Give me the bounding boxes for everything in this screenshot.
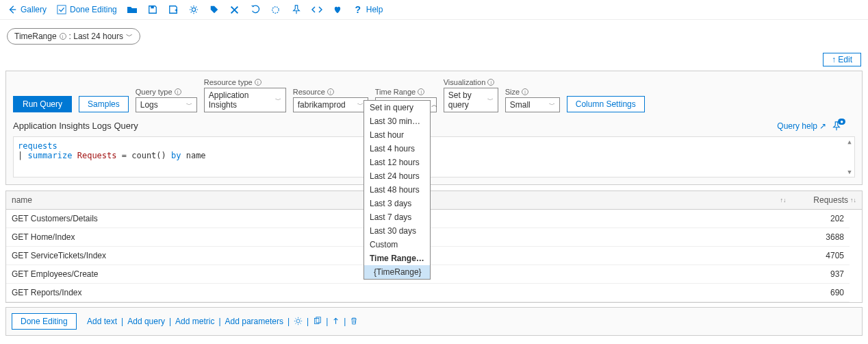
add-text-link[interactable]: Add text bbox=[87, 317, 117, 326]
visualization-label: Visualization bbox=[444, 78, 486, 86]
pin-icon[interactable]: ● bbox=[832, 121, 841, 131]
svg-point-5 bbox=[296, 319, 300, 323]
chevron-down-icon: ﹀ bbox=[357, 101, 363, 110]
controls-row: Run Query Samples Query typei Logs﹀ Reso… bbox=[13, 78, 855, 112]
top-toolbar: Gallery Done Editing ? Help bbox=[0, 0, 868, 20]
info-icon: i bbox=[418, 88, 424, 95]
svg-point-3 bbox=[192, 8, 195, 11]
info-icon: i bbox=[60, 33, 66, 40]
done-editing-button[interactable]: Done Editing bbox=[56, 4, 117, 15]
add-metric-link[interactable]: Add metric bbox=[175, 317, 214, 326]
chevron-down-icon: ﹀ bbox=[549, 101, 555, 110]
sort-icon[interactable]: ↑↓ bbox=[780, 197, 787, 204]
resource-type-dropdown[interactable]: Application Insights﹀ bbox=[204, 88, 286, 112]
info-icon: i bbox=[522, 88, 528, 95]
pill-value: : Last 24 hours bbox=[69, 32, 123, 41]
query-panel: Run Query Samples Query typei Logs﹀ Reso… bbox=[5, 71, 863, 185]
column-settings-button[interactable]: Column Settings bbox=[567, 96, 645, 112]
dd-option-selected[interactable]: {TimeRange} bbox=[364, 265, 430, 279]
save-icon[interactable] bbox=[147, 4, 158, 15]
pill-label: TimeRange bbox=[14, 32, 57, 41]
pin-icon-toolbar[interactable] bbox=[291, 4, 302, 15]
add-query-link[interactable]: Add query bbox=[127, 317, 165, 326]
resource-dropdown[interactable]: fabrikamprod﹀ bbox=[293, 97, 368, 112]
close-icon[interactable] bbox=[229, 4, 240, 15]
pin-badge: ● bbox=[838, 119, 845, 125]
tag-icon[interactable] bbox=[209, 4, 220, 15]
chevron-up-icon: ︿ bbox=[431, 101, 437, 110]
dd-group-header: Time Range Para… bbox=[364, 251, 430, 265]
column-header-requests[interactable]: Requests bbox=[813, 195, 848, 205]
svg-point-4 bbox=[272, 6, 279, 12]
copy-icon[interactable] bbox=[313, 317, 322, 326]
chevron-down-icon: ﹀ bbox=[186, 101, 192, 110]
svg-rect-2 bbox=[151, 6, 153, 9]
run-query-button[interactable]: Run Query bbox=[13, 96, 72, 112]
undo-icon[interactable] bbox=[250, 4, 261, 15]
dd-option[interactable]: Set in query bbox=[364, 101, 430, 114]
dd-option[interactable]: Last 24 hours bbox=[364, 169, 430, 183]
chevron-down-icon: ﹀ bbox=[126, 32, 133, 41]
sort-icon[interactable]: ↑↓ bbox=[850, 197, 856, 204]
dd-option[interactable]: Custom bbox=[364, 238, 430, 251]
chevron-down-icon: ﹀ bbox=[275, 96, 281, 105]
info-icon: i bbox=[487, 79, 494, 86]
back-arrow-icon bbox=[7, 4, 18, 15]
size-label: Size bbox=[505, 88, 520, 96]
time-range-dropdown-menu: Set in query Last 30 minutes Last hour L… bbox=[363, 100, 431, 280]
chevron-down-icon: ﹀ bbox=[487, 96, 494, 105]
add-parameters-link[interactable]: Add parameters bbox=[225, 317, 283, 326]
help-button[interactable]: ? Help bbox=[353, 4, 383, 15]
delete-icon[interactable] bbox=[350, 317, 358, 326]
move-up-icon[interactable] bbox=[332, 317, 340, 326]
footer-bar: Done Editing Add text | Add query | Add … bbox=[5, 307, 863, 336]
dd-option[interactable]: Last 30 minutes bbox=[364, 114, 430, 128]
dd-option[interactable]: Last hour bbox=[364, 128, 430, 142]
query-type-label: Query type bbox=[136, 88, 173, 96]
info-icon: i bbox=[327, 88, 334, 95]
autorefresh-icon[interactable] bbox=[270, 4, 281, 15]
edit-row: ↑ Edit bbox=[0, 53, 868, 71]
parameter-row: TimeRange i : Last 24 hours ﹀ bbox=[0, 20, 868, 53]
dd-option[interactable]: Last 3 days bbox=[364, 197, 430, 210]
info-icon: i bbox=[255, 79, 261, 86]
samples-button[interactable]: Samples bbox=[79, 96, 129, 112]
query-type-dropdown[interactable]: Logs﹀ bbox=[136, 97, 197, 112]
gallery-label: Gallery bbox=[21, 5, 47, 14]
heart-icon[interactable] bbox=[332, 4, 343, 15]
dd-option[interactable]: Last 48 hours bbox=[364, 183, 430, 197]
svg-rect-1 bbox=[58, 5, 66, 14]
help-label: Help bbox=[366, 5, 383, 14]
column-header-name[interactable]: name bbox=[12, 195, 32, 205]
question-icon: ? bbox=[353, 4, 363, 15]
done-editing-label: Done Editing bbox=[70, 5, 117, 14]
dd-option[interactable]: Last 30 days bbox=[364, 224, 430, 238]
dd-option[interactable]: Last 4 hours bbox=[364, 142, 430, 156]
open-folder-icon[interactable] bbox=[127, 4, 138, 15]
footer-done-editing-button[interactable]: Done Editing bbox=[12, 313, 77, 330]
gallery-button[interactable]: Gallery bbox=[7, 4, 47, 15]
size-dropdown[interactable]: Small﹀ bbox=[505, 97, 560, 112]
query-editor[interactable]: requests | summarize Requests = count() … bbox=[13, 136, 855, 177]
external-link-icon: ↗ bbox=[819, 121, 826, 131]
dd-option[interactable]: Last 12 hours bbox=[364, 156, 430, 169]
code-icon[interactable] bbox=[311, 4, 322, 15]
dd-option[interactable]: Last 7 days bbox=[364, 210, 430, 224]
checkbox-icon bbox=[56, 4, 67, 15]
save-as-icon[interactable] bbox=[168, 4, 179, 15]
edit-button[interactable]: ↑ Edit bbox=[823, 53, 861, 66]
query-help-link[interactable]: Query help ↗ bbox=[777, 121, 826, 131]
results-table: name ↑↓ Requests↑↓ GET Customers/Details… bbox=[5, 191, 863, 303]
table-row[interactable]: GET Reports/Index690 bbox=[6, 284, 850, 302]
resource-type-label: Resource type bbox=[204, 78, 253, 86]
timerange-pill[interactable]: TimeRange i : Last 24 hours ﹀ bbox=[7, 28, 140, 45]
resource-label: Resource bbox=[293, 88, 325, 96]
visualization-dropdown[interactable]: Set by query﹀ bbox=[444, 88, 498, 112]
info-icon: i bbox=[175, 88, 181, 95]
time-range-label: Time Range bbox=[375, 88, 416, 96]
settings-icon[interactable] bbox=[294, 317, 303, 326]
scrollbar[interactable]: ▲▼ bbox=[846, 138, 853, 175]
gear-icon[interactable] bbox=[188, 4, 199, 15]
